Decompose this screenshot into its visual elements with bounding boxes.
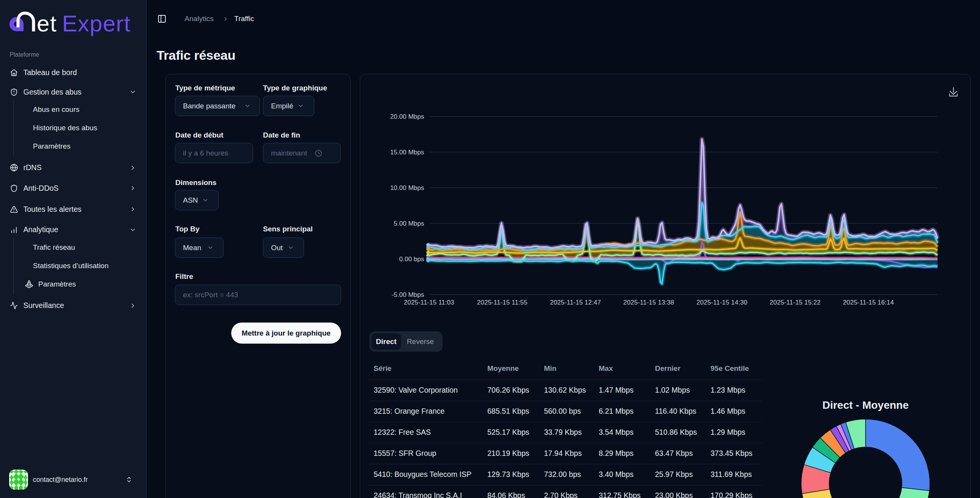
svg-text:Expert: Expert (62, 11, 131, 36)
svg-text:et: et (37, 11, 57, 36)
